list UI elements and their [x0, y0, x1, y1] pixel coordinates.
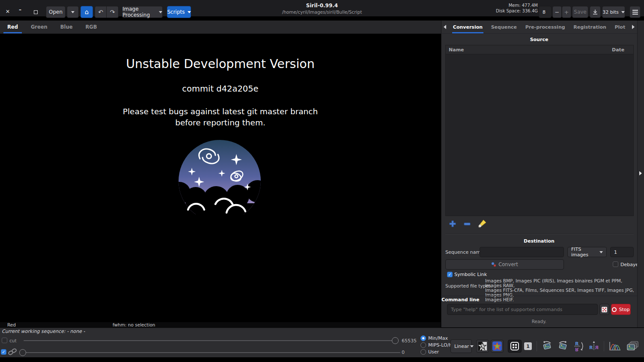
grid-view-button[interactable] [508, 340, 522, 353]
window-close-icon[interactable]: ✕ [6, 9, 10, 15]
low-value-label: 0 [402, 350, 405, 355]
working-sequence-label: Current working sequence: - none - [2, 329, 85, 334]
user-radio[interactable] [420, 349, 426, 355]
one-icon: 1 [526, 344, 530, 349]
tab-rgb[interactable]: RGB [79, 21, 104, 33]
symbolic-link-checkbox[interactable]: ✓ [447, 272, 453, 277]
column-name[interactable]: Name [446, 47, 612, 53]
minmax-radio[interactable] [420, 335, 426, 341]
rotate-left-button[interactable] [540, 340, 553, 353]
tabs-scroll-right-button[interactable] [629, 21, 637, 33]
mips-radio[interactable] [420, 342, 426, 348]
redo-icon: ↷ [110, 9, 115, 15]
dev-version-heading: Unstable Development Version [0, 57, 441, 71]
output-format-dropdown[interactable]: FITS images [567, 247, 607, 257]
window-minimize-icon[interactable]: – [19, 7, 21, 13]
sequence-name-label: Sequence name: [445, 249, 485, 255]
rotate-left-icon [541, 340, 553, 352]
command-input[interactable] [447, 304, 598, 315]
save-button[interactable]: Save [572, 6, 588, 18]
start-index-input[interactable] [610, 247, 634, 257]
image-processing-menu-button[interactable]: Image Processing [122, 6, 163, 18]
undo-button[interactable]: ↶ [95, 6, 107, 18]
tab-registration[interactable]: Registration [569, 21, 610, 33]
rotate-right-button[interactable] [557, 340, 569, 353]
source-list-header: Name Date [446, 45, 633, 54]
false-color-button[interactable] [491, 340, 504, 353]
grid-icon [510, 342, 519, 350]
chevron-down-icon [159, 11, 162, 13]
window-title: Siril-0.99.4 [258, 3, 386, 9]
open-button[interactable]: Open [46, 6, 66, 18]
low-slider-handle[interactable] [19, 349, 26, 356]
tab-blue[interactable]: Blue [54, 21, 79, 33]
link-sliders-checkbox[interactable]: ✓ [1, 349, 6, 355]
clear-list-button[interactable] [477, 219, 487, 228]
hamburger-menu-button[interactable] [629, 6, 641, 18]
panel-tab-bar: Conversion Sequence Pre-processing Regis… [441, 21, 637, 34]
flip-vertical-button[interactable]: R R [572, 340, 585, 353]
test-bugs-message-line2: before reporting them. [0, 118, 441, 127]
window-subtitle: /home/cyril/Images/siril/Bulle/Script [258, 9, 386, 15]
debayer-checkbox[interactable] [613, 261, 618, 267]
tab-plot[interactable]: Plot [611, 21, 629, 33]
check-icon: ✓ [2, 350, 5, 354]
panel-resize-gutter[interactable] [637, 21, 644, 327]
remove-files-button[interactable] [463, 222, 472, 230]
convert-button[interactable]: Convert [445, 259, 564, 270]
titlebar: ✕ – Open ⌂ ↶ ↷ Image Processing Scripts … [0, 0, 644, 17]
tab-conversion[interactable]: Conversion [449, 21, 487, 33]
tab-green[interactable]: Green [24, 21, 54, 33]
high-value-label: 65535 [402, 338, 417, 344]
supported-types-text: Images BMP, Images PIC (IRIS), Images bi… [485, 279, 636, 302]
sequence-name-input[interactable] [480, 247, 564, 257]
convert-icon [491, 262, 496, 267]
check-icon: ✓ [448, 272, 451, 277]
cut-checkbox[interactable] [2, 338, 7, 343]
minmax-radio-label: Min/Max [428, 335, 448, 341]
column-date[interactable]: Date [612, 47, 633, 53]
command-grid-icon [602, 307, 607, 312]
flip-horizontal-button[interactable]: R R [587, 340, 600, 353]
chevron-down-icon [71, 11, 75, 13]
source-file-list[interactable]: Name Date [445, 45, 634, 216]
sequence-frames-button[interactable] [626, 340, 640, 353]
threads-input[interactable]: 8 [539, 6, 552, 18]
threads-decrease-button[interactable]: − [552, 6, 562, 18]
commit-text: commit d42a205e [0, 84, 441, 94]
minus-icon [463, 222, 471, 227]
tabs-scroll-left-button[interactable] [441, 21, 449, 33]
redo-button[interactable]: ↷ [107, 6, 119, 18]
command-list-button[interactable] [599, 304, 609, 315]
siril-logo [178, 139, 262, 214]
panel-collapse-handle-icon[interactable] [639, 171, 642, 175]
stop-button[interactable]: Stop [611, 304, 631, 315]
link-icon [8, 348, 17, 356]
threads-increase-button[interactable]: + [562, 6, 571, 18]
destination-divider [445, 234, 634, 234]
scale-mode-dropdown[interactable]: Linear [450, 339, 472, 353]
tab-red[interactable]: Red [1, 21, 24, 33]
bit-depth-dropdown[interactable]: 32 bits [602, 6, 625, 18]
bottom-panel: Current working sequence: - none - cut 6… [0, 328, 644, 357]
home-button[interactable]: ⌂ [80, 6, 93, 18]
plus-icon [449, 220, 456, 228]
low-slider-track[interactable] [19, 352, 400, 353]
open-recent-button[interactable] [67, 6, 79, 18]
high-slider-track[interactable] [24, 340, 398, 341]
histogram-button[interactable] [608, 340, 622, 353]
flip-vertical-icon: R R [573, 341, 584, 352]
tab-pre-processing[interactable]: Pre-processing [521, 21, 569, 33]
image-canvas[interactable]: Unstable Development Version commit d42a… [0, 34, 441, 322]
svg-text:R: R [575, 347, 579, 352]
single-view-button[interactable]: 1 [524, 342, 532, 350]
add-files-button[interactable] [449, 220, 457, 228]
tab-sequence[interactable]: Sequence [487, 21, 521, 33]
negative-view-button[interactable] [476, 340, 489, 353]
image-stack-icon [626, 341, 639, 352]
window-restore-icon[interactable] [34, 10, 38, 14]
scripts-menu-button[interactable]: Scripts [167, 6, 191, 18]
high-slider-handle[interactable] [392, 337, 399, 344]
save-as-button[interactable] [590, 6, 601, 18]
hamburger-icon [632, 10, 638, 15]
